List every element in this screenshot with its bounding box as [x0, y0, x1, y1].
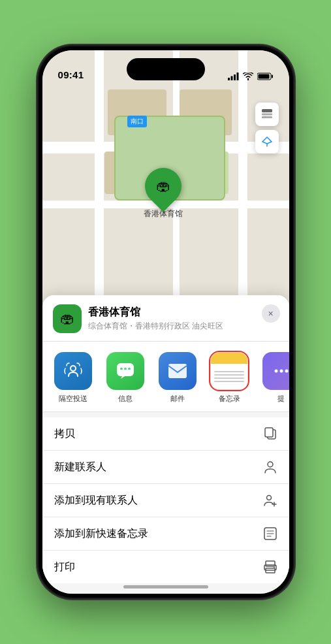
- print-icon: [263, 560, 277, 574]
- phone-screen: 09:41: [42, 50, 289, 594]
- action-quick-note[interactable]: 添加到新快速备忘录: [42, 517, 289, 551]
- svg-rect-12: [120, 368, 123, 370]
- notes-line-2: [214, 374, 244, 376]
- airdrop-label: 隔空投送: [59, 394, 87, 404]
- mail-symbol: [168, 363, 187, 379]
- message-symbol: [116, 362, 135, 380]
- svg-rect-6: [258, 74, 269, 79]
- action-print[interactable]: 打印: [42, 551, 289, 583]
- notes-top-bar: [211, 353, 247, 364]
- svg-rect-13: [124, 368, 127, 370]
- svg-rect-5: [272, 75, 273, 78]
- share-row: 隔空投送 信息: [42, 342, 289, 412]
- copy-label: 拷贝: [54, 427, 75, 441]
- more-icon: [262, 352, 289, 390]
- share-mail[interactable]: 邮件: [151, 352, 204, 404]
- more-label: 提: [277, 394, 285, 404]
- svg-rect-0: [228, 78, 230, 80]
- svg-rect-15: [168, 364, 187, 378]
- add-to-contact-label: 添加到现有联系人: [54, 494, 138, 507]
- copy-icon: [263, 427, 277, 441]
- map-layers-button[interactable]: [255, 103, 279, 126]
- notes-lines: [211, 364, 247, 389]
- message-icon: [106, 352, 144, 390]
- location-info: 香港体育馆 综合体育馆・香港特别行政区 油尖旺区: [88, 306, 279, 332]
- notes-label: 备忘录: [219, 394, 240, 404]
- phone-frame: 09:41: [39, 46, 293, 598]
- map-pin[interactable]: 🏟 香港体育馆: [144, 168, 183, 219]
- airdrop-symbol: [64, 362, 82, 380]
- status-icons: [228, 72, 274, 80]
- svg-point-22: [266, 496, 271, 500]
- location-venue-icon: 🏟: [53, 304, 82, 333]
- battery-icon: [257, 72, 274, 80]
- share-notes[interactable]: 备忘录: [203, 352, 255, 404]
- notes-line-3: [214, 378, 244, 379]
- svg-rect-14: [128, 368, 131, 370]
- notes-icon-content: [211, 353, 247, 389]
- svg-rect-3: [236, 72, 238, 80]
- print-label: 打印: [54, 560, 75, 574]
- notes-icon: [210, 352, 248, 390]
- notes-line-1: [214, 371, 244, 372]
- svg-point-32: [274, 567, 275, 568]
- action-list: 拷贝 新建联系人 添加到现有联系人: [42, 417, 289, 583]
- quick-note-label: 添加到新快速备忘录: [54, 527, 148, 541]
- svg-point-10: [71, 366, 76, 371]
- person-icon: [263, 460, 277, 474]
- layers-icon: [260, 108, 274, 121]
- message-label: 信息: [118, 394, 133, 404]
- svg-rect-2: [234, 74, 236, 80]
- map-pin-icon: 🏟: [137, 160, 189, 212]
- svg-point-17: [279, 370, 283, 373]
- svg-rect-7: [262, 109, 272, 112]
- person-add-icon: [263, 493, 277, 507]
- svg-point-21: [268, 462, 273, 467]
- location-name: 香港体育馆: [88, 306, 279, 319]
- more-dots-icon: [272, 362, 289, 380]
- share-more[interactable]: 提: [255, 352, 289, 404]
- action-copy[interactable]: 拷贝: [42, 417, 289, 451]
- action-add-to-contact[interactable]: 添加到现有联系人: [42, 484, 289, 517]
- exit-sign: 南口: [127, 116, 147, 127]
- signal-icon: [228, 72, 239, 80]
- wifi-icon: [243, 72, 253, 80]
- new-contact-label: 新建联系人: [54, 460, 106, 474]
- airdrop-icon: [54, 352, 92, 390]
- note-icon: [263, 526, 277, 541]
- svg-rect-1: [230, 76, 232, 81]
- status-time: 09:41: [58, 69, 84, 80]
- bottom-sheet: 🏟 香港体育馆 综合体育馆・香港特别行政区 油尖旺区 ×: [42, 295, 289, 594]
- share-airdrop[interactable]: 隔空投送: [48, 352, 100, 404]
- svg-rect-9: [262, 116, 272, 118]
- location-button[interactable]: [255, 130, 279, 153]
- location-arrow-icon: [261, 136, 273, 148]
- close-button[interactable]: ×: [262, 304, 280, 323]
- action-new-contact[interactable]: 新建联系人: [42, 451, 289, 484]
- location-description: 综合体育馆・香港特别行政区 油尖旺区: [88, 321, 279, 332]
- svg-rect-29: [266, 561, 275, 566]
- stadium-icon: 🏟: [156, 178, 170, 195]
- svg-rect-20: [265, 428, 273, 437]
- share-message[interactable]: 信息: [99, 352, 151, 404]
- dynamic-island: [127, 58, 205, 80]
- location-header: 🏟 香港体育馆 综合体育馆・香港特别行政区 油尖旺区 ×: [42, 295, 289, 342]
- notes-line-4: [214, 381, 244, 382]
- home-indicator: [123, 585, 208, 588]
- mail-label: 邮件: [170, 394, 185, 404]
- svg-point-16: [274, 370, 277, 373]
- svg-point-18: [285, 370, 288, 373]
- mail-icon: [159, 352, 197, 390]
- svg-rect-8: [262, 114, 272, 116]
